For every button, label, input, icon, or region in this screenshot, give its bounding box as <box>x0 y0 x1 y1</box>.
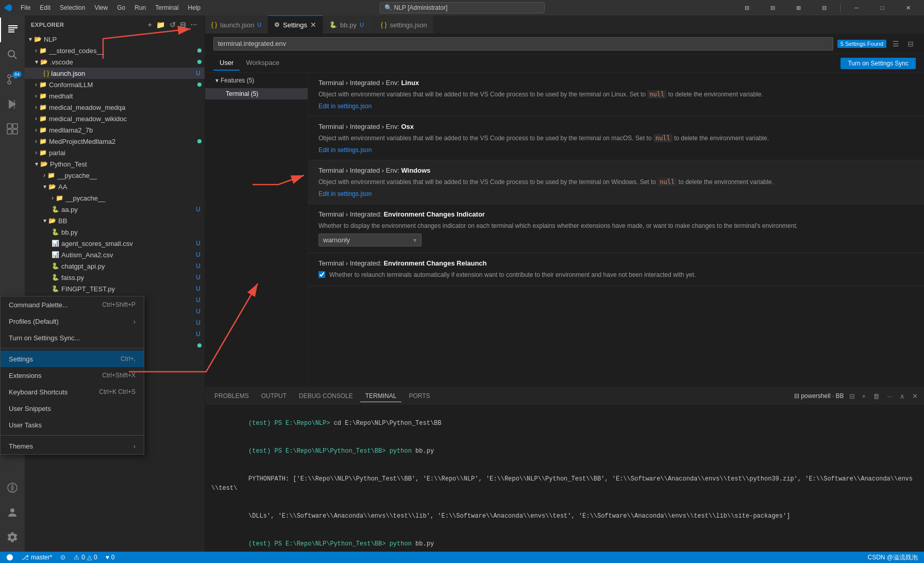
settings-search-input[interactable] <box>213 37 833 51</box>
menu-user-snippets[interactable]: User Snippets <box>1 400 144 417</box>
close-panel-icon[interactable]: ✕ <box>910 391 920 401</box>
menu-keyboard-shortcuts[interactable]: Keyboard Shortcuts Ctrl+K Ctrl+S <box>1 384 144 400</box>
tree-item-chatgpt[interactable]: 🐍 chatgpt_api.py U <box>25 260 205 272</box>
env-indicator-select[interactable]: warnonly off on <box>318 234 422 246</box>
tree-item-aa-py[interactable]: 🐍 aa.py U <box>25 204 205 215</box>
tree-item-pycache2[interactable]: › 📁 __pycache__ <box>25 192 205 204</box>
tree-item-parlai[interactable]: › 📁 parlai <box>25 147 205 158</box>
menu-command-palette[interactable]: Command Palette... Ctrl+Shift+P <box>1 296 144 313</box>
tree-item-medllama[interactable]: › 📁 medllama2_7b <box>25 124 205 136</box>
menu-turn-on-sync[interactable]: Turn on Settings Sync... <box>1 329 144 346</box>
menu-run[interactable]: Run <box>130 3 150 12</box>
tab-launch-json[interactable]: { } launch.json U <box>205 15 268 34</box>
status-sync-icon[interactable]: ⊙ <box>58 554 68 561</box>
tree-item-bb-folder[interactable]: ▾ 📂 BB <box>25 215 205 226</box>
tree-item-python-test[interactable]: ▾ 📂 Python_Test <box>25 158 205 170</box>
folder-icon: 📁 <box>39 138 47 145</box>
more-actions-icon[interactable]: ··· <box>885 391 895 401</box>
sidebar-title: EXPLORER <box>31 22 64 28</box>
global-search-bar[interactable]: 🔍 NLP [Administrator] <box>380 2 545 13</box>
trash-icon[interactable]: 🗑 <box>871 391 882 401</box>
menu-settings[interactable]: Settings Ctrl+, <box>1 351 144 367</box>
edit-in-settings-json-link-windows[interactable]: Edit in settings.json <box>318 190 372 197</box>
tree-item-medical-wikidoc[interactable]: › 📁 medical_meadow_wikidoc <box>25 113 205 124</box>
edit-in-settings-json-link-osx[interactable]: Edit in settings.json <box>318 146 372 154</box>
settings-tab-workspace[interactable]: Workspace <box>240 56 285 71</box>
terminal-tab-terminal[interactable]: TERMINAL <box>360 390 402 402</box>
new-file-icon[interactable]: + <box>147 20 154 30</box>
panel-icon[interactable]: ⊟ <box>761 0 784 15</box>
menu-view[interactable]: View <box>90 3 112 12</box>
menu-selection[interactable]: Selection <box>56 3 89 12</box>
layout-icon[interactable]: ⊟ <box>735 0 759 15</box>
terminal-tab-output[interactable]: OUTPUT <box>256 390 292 402</box>
tree-item-bb-py[interactable]: 🐍 bb.py <box>25 226 205 238</box>
menu-go[interactable]: Go <box>113 3 129 12</box>
tree-item-stored-codes[interactable]: › 📁 __stored_codes__ <box>25 45 205 56</box>
add-terminal-icon[interactable]: + <box>860 391 868 401</box>
activity-explorer[interactable] <box>0 18 25 42</box>
close-button[interactable]: ✕ <box>896 0 920 15</box>
menu-extensions[interactable]: Extensions Ctrl+Shift+X <box>1 367 144 384</box>
minimize-button[interactable]: ─ <box>845 0 868 15</box>
layout2-icon[interactable]: ⊞ <box>786 0 810 15</box>
tab-close-button[interactable]: ✕ <box>310 21 316 29</box>
refresh-icon[interactable]: ↺ <box>169 20 177 30</box>
menu-file[interactable]: File <box>16 3 35 12</box>
sidebar-header-actions: + 📁 ↺ ⊟ ··· <box>147 20 198 30</box>
menu-item-label: Extensions <box>9 372 42 379</box>
status-ports[interactable]: ♥ 0 <box>104 554 117 561</box>
settings-list-icon[interactable]: ☰ <box>891 39 901 49</box>
tree-item-autism-csv[interactable]: 📊 Autism_Ana2.csv U <box>25 249 205 260</box>
tree-item-launch-json[interactable]: { } launch.json U <box>25 68 205 79</box>
menu-edit[interactable]: Edit <box>36 3 55 12</box>
folder-icon: 📁 <box>39 149 47 156</box>
activity-settings-icon[interactable] <box>0 525 25 550</box>
tab-settings-json[interactable]: { } settings.json <box>375 15 434 34</box>
tree-item-medical-medqa[interactable]: › 📁 medical_meadow_medqa <box>25 102 205 113</box>
maximize-button[interactable]: □ <box>870 0 894 15</box>
tree-item-vscode[interactable]: ▾ 📂 .vscode <box>25 56 205 68</box>
tree-item-pycache1[interactable]: › 📁 __pycache__ <box>25 170 205 181</box>
terminal-tab-problems[interactable]: PROBLEMS <box>209 390 254 402</box>
settings-tab-user[interactable]: User <box>213 56 240 71</box>
tree-item-medproject[interactable]: › 📁 MedProjectMedllama2 <box>25 136 205 147</box>
env-relaunch-checkbox[interactable] <box>318 271 325 278</box>
tree-item-fingpt[interactable]: 🐍 FINGPT_TEST.py U <box>25 283 205 294</box>
menu-help[interactable]: Help <box>184 3 205 12</box>
activity-search[interactable] <box>0 42 25 67</box>
tab-settings[interactable]: ⚙ Settings ✕ <box>268 15 323 34</box>
tree-item-aa[interactable]: ▾ 📂 AA <box>25 181 205 192</box>
activity-remote[interactable] <box>0 475 25 500</box>
terminal-tab-ports[interactable]: PORTS <box>404 390 435 402</box>
menu-profiles[interactable]: Profiles (Default) › <box>1 313 144 329</box>
activity-run[interactable] <box>0 92 25 117</box>
activity-accounts[interactable] <box>0 500 25 525</box>
tree-item-conformalllm[interactable]: › 📁 ConformalLLM <box>25 79 205 90</box>
collapse-icon[interactable]: ⊟ <box>179 20 188 30</box>
menu-user-tasks[interactable]: User Tasks <box>1 417 144 433</box>
split-terminal-icon[interactable]: ⊟ <box>847 391 857 401</box>
turn-on-sync-button[interactable]: Turn on Settings Sync <box>841 58 916 69</box>
settings-terminal-sub[interactable]: Terminal (5) <box>205 88 308 100</box>
tree-item-faiss[interactable]: 🐍 faiss.py U <box>25 272 205 283</box>
status-branch[interactable]: ⎇ master* <box>20 554 54 561</box>
activity-extensions[interactable] <box>0 117 25 141</box>
status-errors[interactable]: ⚠ 0 △ 0 <box>72 554 99 561</box>
terminal-tab-debug-console[interactable]: DEBUG CONSOLE <box>294 390 358 402</box>
settings2-icon[interactable]: ⊟ <box>812 0 836 15</box>
menu-terminal[interactable]: Terminal <box>151 3 182 12</box>
tree-item-agent-csv[interactable]: 📊 agent_scores_small.csv U <box>25 238 205 249</box>
tree-item-medhalt[interactable]: › 📁 medhalt <box>25 90 205 102</box>
menu-themes[interactable]: Themes › <box>1 438 144 454</box>
ellipsis-icon[interactable]: ··· <box>190 20 198 30</box>
settings-filter-icon[interactable]: ⊟ <box>905 39 916 49</box>
maximize-panel-icon[interactable]: ∧ <box>898 391 907 401</box>
settings-features-header[interactable]: ▾ Features (5) <box>205 73 308 88</box>
tab-bb-py[interactable]: 🐍 bb.py U <box>323 15 375 34</box>
tree-root-nlp[interactable]: ▾ 📂 NLP <box>25 34 205 45</box>
activity-source-control[interactable]: 84 <box>0 67 25 92</box>
new-folder-icon[interactable]: 📁 <box>155 20 166 30</box>
edit-in-settings-json-link[interactable]: Edit in settings.json <box>318 103 372 110</box>
status-remote-icon[interactable] <box>4 554 15 561</box>
